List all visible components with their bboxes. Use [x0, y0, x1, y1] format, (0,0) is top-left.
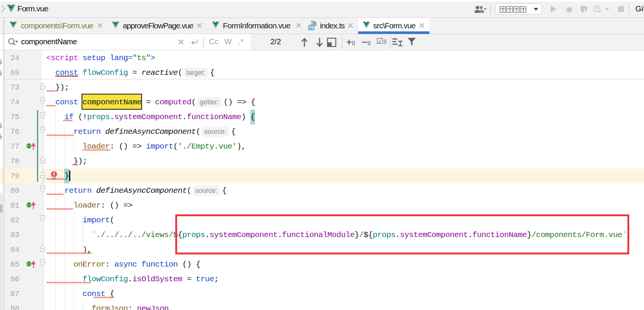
svg-text:TS: TS [309, 26, 314, 30]
